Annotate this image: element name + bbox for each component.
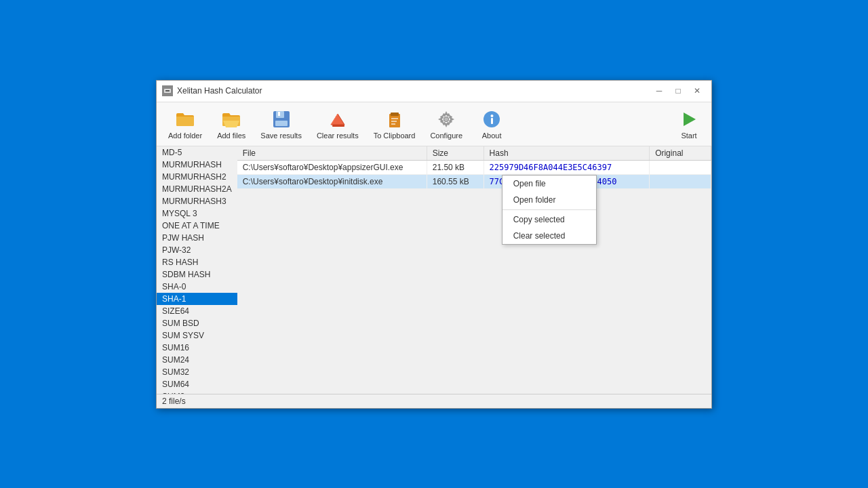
save-results-button[interactable]: Save results: [254, 105, 308, 143]
svg-marker-7: [331, 114, 344, 125]
status-text: 2 file/s: [162, 396, 186, 406]
save-icon: [271, 108, 292, 130]
context-open-file[interactable]: Open file: [502, 176, 596, 192]
svg-rect-6: [275, 121, 288, 126]
info-icon: [481, 108, 502, 130]
svg-rect-13: [391, 121, 397, 122]
app-icon: [162, 85, 173, 96]
svg-rect-12: [391, 118, 398, 119]
svg-point-16: [444, 117, 448, 121]
folder-icon: [174, 108, 196, 130]
algo-pjw32[interactable]: PJW-32: [157, 244, 237, 256]
svg-rect-14: [391, 123, 395, 125]
svg-rect-11: [391, 113, 399, 116]
algo-one-at-a-time[interactable]: ONE AT A TIME: [157, 220, 237, 232]
svg-point-19: [491, 115, 494, 117]
eraser-icon: [327, 108, 349, 130]
algo-size64[interactable]: SIZE64: [157, 305, 237, 317]
algo-sum-sysv[interactable]: SUM SYSV: [157, 329, 237, 342]
to-clipboard-label: To Clipboard: [374, 131, 416, 140]
play-icon: [678, 108, 700, 130]
context-clear-selected[interactable]: Clear selected: [502, 228, 596, 244]
file-path-2: C:\Users¥softaro¥Desktop¥initdisk.exe: [237, 174, 427, 188]
clipboard-icon: [384, 108, 406, 130]
algo-murmurhash2[interactable]: MURMURHASH2: [157, 171, 237, 183]
configure-button[interactable]: Configure: [424, 105, 469, 143]
clear-results-button[interactable]: Clear results: [311, 105, 365, 143]
context-copy-selected[interactable]: Copy selected: [502, 211, 596, 228]
about-label: About: [482, 131, 502, 140]
algo-rs-hash[interactable]: RS HASH: [157, 256, 237, 268]
window-title: Xelitan Hash Calculator: [177, 86, 262, 96]
start-button[interactable]: Start: [672, 105, 706, 143]
gear-icon: [435, 108, 457, 130]
save-results-label: Save results: [260, 131, 302, 140]
add-files-button[interactable]: Add files: [211, 105, 252, 143]
maximize-button[interactable]: □: [669, 84, 687, 98]
context-menu: Open file Open folder Copy selected Clea…: [502, 175, 597, 245]
title-bar: Xelitan Hash Calculator ─ □ ✕: [157, 81, 711, 102]
algo-sum16[interactable]: SUM16: [157, 342, 237, 354]
svg-rect-2: [165, 90, 170, 92]
algo-sha0[interactable]: SHA-0: [157, 281, 237, 293]
algo-sha1[interactable]: SHA-1: [157, 293, 237, 305]
folder-open-icon: [220, 108, 242, 130]
configure-label: Configure: [430, 131, 462, 140]
file-size-1: 21.50 kB: [427, 160, 484, 174]
svg-marker-20: [684, 113, 696, 126]
algo-murmurhash[interactable]: MURMURHASH: [157, 159, 237, 171]
algo-sdbm-hash[interactable]: SDBM HASH: [157, 268, 237, 281]
table-row[interactable]: C:\Users¥softaro¥Desktop¥appsizerGUI.exe…: [237, 160, 711, 174]
algorithm-list[interactable]: MD-5 MURMURHASH MURMURHASH2 MURMURHASH2A…: [157, 146, 237, 394]
status-bar: 2 file/s: [157, 394, 711, 408]
col-size: Size: [427, 146, 484, 161]
algo-sum32[interactable]: SUM32: [157, 366, 237, 378]
context-open-folder[interactable]: Open folder: [502, 192, 596, 208]
window-controls: ─ □ ✕: [650, 84, 706, 98]
table-header-row: File Size Hash Original: [237, 146, 711, 161]
file-original-1: [650, 160, 711, 174]
file-size-2: 160.55 kB: [427, 174, 484, 188]
svg-rect-18: [491, 118, 493, 124]
algo-md5[interactable]: MD-5: [157, 146, 237, 159]
table-row[interactable]: C:\Users¥softaro¥Desktop¥initdisk.exe 16…: [237, 174, 711, 188]
algo-sum24[interactable]: SUM24: [157, 354, 237, 366]
minimize-button[interactable]: ─: [650, 84, 668, 98]
add-files-label: Add files: [217, 131, 245, 140]
add-folder-button[interactable]: Add folder: [162, 105, 208, 143]
algo-murmurhash3[interactable]: MURMURHASH3: [157, 195, 237, 207]
col-hash: Hash: [484, 146, 650, 161]
file-hash-1: 225979D46F8A044E3E5C46397: [484, 160, 650, 174]
toolbar: Add folder Add files: [157, 102, 711, 146]
file-path-1: C:\Users¥softaro¥Desktop¥appsizerGUI.exe: [237, 160, 427, 174]
algo-pjw-hash[interactable]: PJW HASH: [157, 232, 237, 244]
col-original: Original: [650, 146, 711, 161]
start-label: Start: [681, 131, 696, 140]
svg-rect-5: [278, 112, 280, 116]
about-button[interactable]: About: [471, 105, 512, 143]
algo-sum-bsd[interactable]: SUM BSD: [157, 317, 237, 329]
to-clipboard-button[interactable]: To Clipboard: [368, 105, 422, 143]
col-file: File: [237, 146, 427, 161]
algo-mysql3[interactable]: MYSQL 3: [157, 207, 237, 220]
close-button[interactable]: ✕: [688, 84, 706, 98]
context-separator: [502, 209, 596, 210]
algo-sum64[interactable]: SUM64: [157, 378, 237, 390]
main-window: Xelitan Hash Calculator ─ □ ✕ Add folder: [156, 80, 712, 409]
title-bar-left: Xelitan Hash Calculator: [162, 85, 262, 96]
file-original-2: [650, 174, 711, 188]
main-area: MD-5 MURMURHASH MURMURHASH2 MURMURHASH2A…: [157, 146, 711, 394]
content-area: File Size Hash Original C:\Users¥softaro…: [237, 146, 711, 394]
clear-results-label: Clear results: [317, 131, 359, 140]
file-table: File Size Hash Original C:\Users¥softaro…: [237, 146, 711, 189]
add-folder-label: Add folder: [168, 131, 202, 140]
svg-rect-8: [332, 125, 344, 127]
algo-murmurhash2a[interactable]: MURMURHASH2A: [157, 183, 237, 195]
